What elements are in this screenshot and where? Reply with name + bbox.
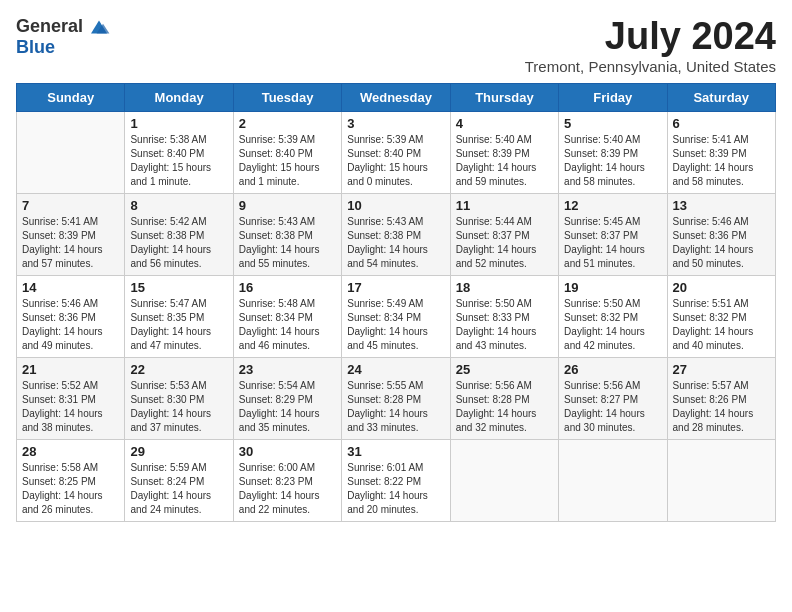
day-number: 16 [239,280,336,295]
logo: General Blue [16,16,111,58]
calendar-cell: 6Sunrise: 5:41 AM Sunset: 8:39 PM Daylig… [667,111,775,193]
day-of-week-friday: Friday [559,83,667,111]
calendar-cell: 10Sunrise: 5:43 AM Sunset: 8:38 PM Dayli… [342,193,450,275]
day-number: 21 [22,362,119,377]
day-number: 18 [456,280,553,295]
calendar-cell: 16Sunrise: 5:48 AM Sunset: 8:34 PM Dayli… [233,275,341,357]
calendar-header: SundayMondayTuesdayWednesdayThursdayFrid… [17,83,776,111]
calendar-cell: 17Sunrise: 5:49 AM Sunset: 8:34 PM Dayli… [342,275,450,357]
calendar-cell: 20Sunrise: 5:51 AM Sunset: 8:32 PM Dayli… [667,275,775,357]
day-number: 4 [456,116,553,131]
calendar-week-3: 14Sunrise: 5:46 AM Sunset: 8:36 PM Dayli… [17,275,776,357]
day-number: 11 [456,198,553,213]
calendar-cell: 26Sunrise: 5:56 AM Sunset: 8:27 PM Dayli… [559,357,667,439]
calendar-cell: 30Sunrise: 6:00 AM Sunset: 8:23 PM Dayli… [233,439,341,521]
calendar-week-4: 21Sunrise: 5:52 AM Sunset: 8:31 PM Dayli… [17,357,776,439]
day-of-week-thursday: Thursday [450,83,558,111]
calendar-cell: 24Sunrise: 5:55 AM Sunset: 8:28 PM Dayli… [342,357,450,439]
day-info: Sunrise: 5:52 AM Sunset: 8:31 PM Dayligh… [22,379,119,435]
calendar-week-5: 28Sunrise: 5:58 AM Sunset: 8:25 PM Dayli… [17,439,776,521]
day-number: 24 [347,362,444,377]
day-number: 12 [564,198,661,213]
calendar-cell: 23Sunrise: 5:54 AM Sunset: 8:29 PM Dayli… [233,357,341,439]
day-info: Sunrise: 5:46 AM Sunset: 8:36 PM Dayligh… [22,297,119,353]
day-info: Sunrise: 5:39 AM Sunset: 8:40 PM Dayligh… [239,133,336,189]
day-number: 1 [130,116,227,131]
day-number: 30 [239,444,336,459]
calendar-cell: 29Sunrise: 5:59 AM Sunset: 8:24 PM Dayli… [125,439,233,521]
calendar-cell: 2Sunrise: 5:39 AM Sunset: 8:40 PM Daylig… [233,111,341,193]
calendar-cell: 25Sunrise: 5:56 AM Sunset: 8:28 PM Dayli… [450,357,558,439]
calendar-cell: 15Sunrise: 5:47 AM Sunset: 8:35 PM Dayli… [125,275,233,357]
day-info: Sunrise: 5:39 AM Sunset: 8:40 PM Dayligh… [347,133,444,189]
calendar-cell: 3Sunrise: 5:39 AM Sunset: 8:40 PM Daylig… [342,111,450,193]
calendar-cell: 22Sunrise: 5:53 AM Sunset: 8:30 PM Dayli… [125,357,233,439]
page-header: General Blue July 2024 Tremont, Pennsylv… [16,16,776,75]
day-number: 6 [673,116,770,131]
day-info: Sunrise: 5:47 AM Sunset: 8:35 PM Dayligh… [130,297,227,353]
day-info: Sunrise: 5:58 AM Sunset: 8:25 PM Dayligh… [22,461,119,517]
day-info: Sunrise: 5:54 AM Sunset: 8:29 PM Dayligh… [239,379,336,435]
day-number: 17 [347,280,444,295]
day-number: 27 [673,362,770,377]
day-number: 29 [130,444,227,459]
calendar-cell: 21Sunrise: 5:52 AM Sunset: 8:31 PM Dayli… [17,357,125,439]
calendar-cell: 12Sunrise: 5:45 AM Sunset: 8:37 PM Dayli… [559,193,667,275]
logo-blue-text: Blue [16,37,55,58]
day-info: Sunrise: 6:01 AM Sunset: 8:22 PM Dayligh… [347,461,444,517]
day-number: 7 [22,198,119,213]
day-info: Sunrise: 5:56 AM Sunset: 8:27 PM Dayligh… [564,379,661,435]
calendar-cell: 19Sunrise: 5:50 AM Sunset: 8:32 PM Dayli… [559,275,667,357]
day-info: Sunrise: 5:55 AM Sunset: 8:28 PM Dayligh… [347,379,444,435]
day-info: Sunrise: 5:50 AM Sunset: 8:32 PM Dayligh… [564,297,661,353]
day-info: Sunrise: 5:46 AM Sunset: 8:36 PM Dayligh… [673,215,770,271]
day-number: 26 [564,362,661,377]
calendar-body: 1Sunrise: 5:38 AM Sunset: 8:40 PM Daylig… [17,111,776,521]
day-info: Sunrise: 5:43 AM Sunset: 8:38 PM Dayligh… [347,215,444,271]
day-info: Sunrise: 5:40 AM Sunset: 8:39 PM Dayligh… [456,133,553,189]
calendar-cell [559,439,667,521]
logo-general-text: General [16,16,83,37]
day-info: Sunrise: 5:41 AM Sunset: 8:39 PM Dayligh… [22,215,119,271]
calendar-cell: 8Sunrise: 5:42 AM Sunset: 8:38 PM Daylig… [125,193,233,275]
day-info: Sunrise: 5:56 AM Sunset: 8:28 PM Dayligh… [456,379,553,435]
day-info: Sunrise: 6:00 AM Sunset: 8:23 PM Dayligh… [239,461,336,517]
calendar-cell [17,111,125,193]
title-block: July 2024 Tremont, Pennsylvania, United … [525,16,776,75]
calendar-cell: 9Sunrise: 5:43 AM Sunset: 8:38 PM Daylig… [233,193,341,275]
day-info: Sunrise: 5:51 AM Sunset: 8:32 PM Dayligh… [673,297,770,353]
day-info: Sunrise: 5:41 AM Sunset: 8:39 PM Dayligh… [673,133,770,189]
calendar-cell [667,439,775,521]
day-number: 15 [130,280,227,295]
calendar-cell: 5Sunrise: 5:40 AM Sunset: 8:39 PM Daylig… [559,111,667,193]
calendar-week-1: 1Sunrise: 5:38 AM Sunset: 8:40 PM Daylig… [17,111,776,193]
calendar-cell: 28Sunrise: 5:58 AM Sunset: 8:25 PM Dayli… [17,439,125,521]
day-number: 5 [564,116,661,131]
day-info: Sunrise: 5:38 AM Sunset: 8:40 PM Dayligh… [130,133,227,189]
calendar-cell: 4Sunrise: 5:40 AM Sunset: 8:39 PM Daylig… [450,111,558,193]
calendar-cell: 7Sunrise: 5:41 AM Sunset: 8:39 PM Daylig… [17,193,125,275]
day-of-week-sunday: Sunday [17,83,125,111]
calendar-cell [450,439,558,521]
day-info: Sunrise: 5:43 AM Sunset: 8:38 PM Dayligh… [239,215,336,271]
calendar-cell: 11Sunrise: 5:44 AM Sunset: 8:37 PM Dayli… [450,193,558,275]
day-info: Sunrise: 5:44 AM Sunset: 8:37 PM Dayligh… [456,215,553,271]
calendar-cell: 31Sunrise: 6:01 AM Sunset: 8:22 PM Dayli… [342,439,450,521]
calendar-cell: 1Sunrise: 5:38 AM Sunset: 8:40 PM Daylig… [125,111,233,193]
day-info: Sunrise: 5:42 AM Sunset: 8:38 PM Dayligh… [130,215,227,271]
day-number: 8 [130,198,227,213]
day-number: 23 [239,362,336,377]
day-info: Sunrise: 5:48 AM Sunset: 8:34 PM Dayligh… [239,297,336,353]
day-info: Sunrise: 5:53 AM Sunset: 8:30 PM Dayligh… [130,379,227,435]
calendar-table: SundayMondayTuesdayWednesdayThursdayFrid… [16,83,776,522]
day-info: Sunrise: 5:45 AM Sunset: 8:37 PM Dayligh… [564,215,661,271]
day-number: 13 [673,198,770,213]
calendar-cell: 27Sunrise: 5:57 AM Sunset: 8:26 PM Dayli… [667,357,775,439]
calendar-cell: 13Sunrise: 5:46 AM Sunset: 8:36 PM Dayli… [667,193,775,275]
logo-icon [87,17,111,37]
calendar-cell: 18Sunrise: 5:50 AM Sunset: 8:33 PM Dayli… [450,275,558,357]
calendar-week-2: 7Sunrise: 5:41 AM Sunset: 8:39 PM Daylig… [17,193,776,275]
day-number: 3 [347,116,444,131]
days-of-week-row: SundayMondayTuesdayWednesdayThursdayFrid… [17,83,776,111]
day-number: 22 [130,362,227,377]
